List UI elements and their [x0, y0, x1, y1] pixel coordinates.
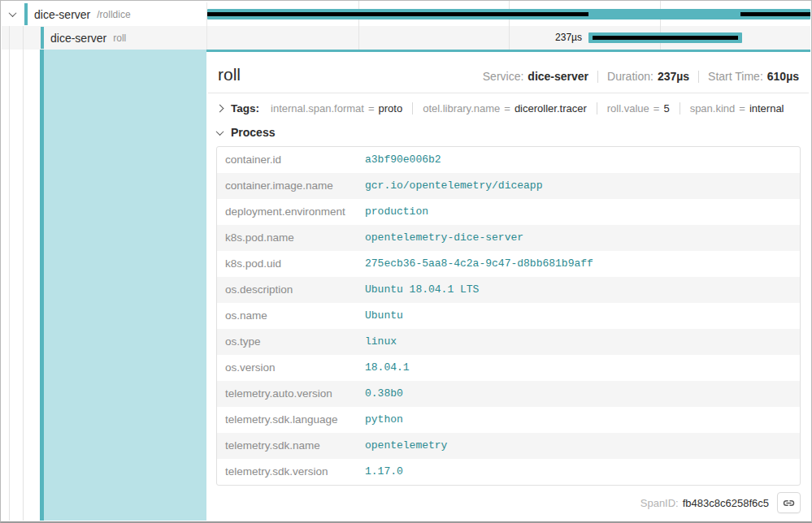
table-row: container.image.namegcr.io/opentelemetry…: [217, 173, 800, 199]
meta-divider: [698, 71, 699, 83]
service-name: dice-server: [50, 32, 106, 45]
collapse-chevron-icon[interactable]: [9, 9, 17, 17]
selected-span-highlight-fill: [44, 50, 206, 521]
meta-divider: [597, 71, 598, 83]
duration-label: Duration:: [607, 70, 654, 83]
process-key: container.image.name: [217, 173, 357, 199]
process-section-label: Process: [231, 126, 275, 139]
process-value: 18.04.1: [357, 355, 800, 381]
process-key: k8s.pod.uid: [217, 251, 357, 277]
process-table-body: container.ida3bf90e006b2container.image.…: [217, 147, 800, 485]
span-duration-label: 237µs: [555, 32, 586, 43]
process-key: telemetry.sdk.name: [217, 433, 357, 459]
span-id-value: fb483c8c6258f6c5: [683, 497, 769, 509]
process-value: python: [357, 407, 800, 433]
process-value: 0.38b0: [357, 381, 800, 407]
self-time-segment: [207, 12, 588, 16]
tag-summary-item: otel.library.name=diceroller.tracer: [423, 102, 587, 115]
table-row: telemetry.sdk.languagepython: [217, 407, 800, 433]
table-row: deployment.environmentproduction: [217, 199, 800, 225]
table-row: os.descriptionUbuntu 18.04.1 LTS: [217, 277, 800, 303]
process-key: os.version: [217, 355, 357, 381]
start-time-value: 610µs: [767, 70, 799, 83]
process-key: telemetry.sdk.version: [217, 459, 357, 485]
table-row: os.nameUbuntu: [217, 303, 800, 329]
tag-divider: [597, 102, 597, 115]
timeline-row: [206, 2, 810, 26]
process-value: 275ecb36-5aa8-4c2a-9c47-d8bb681b9aff: [357, 251, 800, 277]
process-value: 1.17.0: [357, 459, 800, 485]
table-row: container.ida3bf90e006b2: [217, 147, 800, 173]
jaeger-trace-view: dice-server /rolldice dice-server roll 2…: [0, 0, 812, 523]
span-row-rolldice[interactable]: dice-server /rolldice: [2, 2, 810, 26]
table-row: os.typelinux: [217, 329, 800, 355]
process-value: production: [357, 199, 800, 225]
table-row: os.version18.04.1: [217, 355, 800, 381]
span-detail-header: roll Service: dice-server Duration: 237µ…: [208, 52, 809, 93]
tag-summary-item: span.kind=internal: [690, 102, 784, 115]
table-row: k8s.pod.uid275ecb36-5aa8-4c2a-9c47-d8bb6…: [217, 251, 800, 277]
span-detail-panel: roll Service: dice-server Duration: 237µ…: [206, 50, 810, 521]
span-name-column: dice-server /rolldice: [2, 2, 206, 26]
table-row: k8s.pod.nameopentelemetry-dice-server: [217, 225, 800, 251]
copy-link-button[interactable]: [777, 492, 801, 513]
timeline-gridline: [358, 24, 359, 50]
tags-section-label: Tags:: [231, 102, 259, 115]
process-key: os.type: [217, 329, 357, 355]
process-value: Ubuntu: [357, 303, 800, 329]
process-key: container.id: [217, 147, 357, 173]
operation-name: roll: [113, 32, 126, 44]
span-operation-title: roll: [218, 65, 241, 84]
span-meta: Service: dice-server Duration: 237µs Sta…: [483, 70, 799, 83]
process-section-toggle[interactable]: Process: [206, 122, 810, 144]
tag-summary-item: internal.span.format=proto: [271, 102, 402, 115]
span-color-swatch: [41, 27, 44, 49]
span-name-column: dice-server roll: [2, 26, 206, 50]
table-row: telemetry.sdk.nameopentelemetry: [217, 433, 800, 459]
process-value: linux: [357, 329, 800, 355]
span-bar-rolldice[interactable]: [207, 9, 810, 19]
tag-summary-item: roll.value=5: [607, 102, 670, 115]
process-key: telemetry.auto.version: [217, 381, 357, 407]
process-value: a3bf90e006b2: [357, 147, 800, 173]
service-value: dice-server: [528, 70, 588, 83]
tree-indent-guide: [23, 26, 24, 521]
operation-name: /rolldice: [97, 9, 130, 20]
process-value: gcr.io/opentelemetry/diceapp: [357, 173, 800, 199]
link-icon: [782, 496, 796, 510]
tag-divider: [412, 102, 413, 115]
span-id-label: SpanID:: [640, 497, 679, 509]
timeline-row: 237µs: [206, 26, 810, 50]
span-bar-roll[interactable]: [588, 32, 742, 43]
process-value: opentelemetry-dice-server: [357, 225, 800, 251]
self-time-segment: [593, 36, 739, 40]
process-key: os.description: [217, 277, 357, 303]
table-row: telemetry.sdk.version1.17.0: [217, 459, 800, 485]
span-detail-footer: SpanID: fb483c8c6258f6c5: [206, 486, 810, 521]
tags-list: internal.span.format=protootel.library.n…: [271, 102, 784, 115]
table-row: telemetry.auto.version0.38b0: [217, 381, 800, 407]
process-value: opentelemetry: [357, 433, 800, 459]
process-key: telemetry.sdk.language: [217, 407, 357, 433]
start-time-label: Start Time:: [708, 70, 763, 83]
process-value: Ubuntu 18.04.1 LTS: [357, 277, 800, 303]
process-key: os.name: [217, 303, 357, 329]
tags-section-toggle[interactable]: Tags: internal.span.format=protootel.lib…: [206, 93, 810, 122]
tree-indent-guide: [9, 26, 10, 521]
chevron-down-icon: [216, 128, 224, 136]
duration-value: 237µs: [658, 70, 689, 83]
service-name: dice-server: [34, 8, 90, 21]
span-color-swatch: [24, 3, 28, 25]
process-key: k8s.pod.name: [217, 225, 357, 251]
chevron-right-icon: [216, 105, 224, 113]
timeline-gridline: [509, 24, 510, 50]
tag-divider: [680, 102, 680, 115]
span-row-roll[interactable]: dice-server roll 237µs: [2, 26, 810, 50]
service-label: Service:: [483, 70, 524, 83]
process-key: deployment.environment: [217, 199, 357, 225]
process-table: container.ida3bf90e006b2container.image.…: [216, 146, 801, 486]
self-time-segment: [740, 12, 810, 16]
